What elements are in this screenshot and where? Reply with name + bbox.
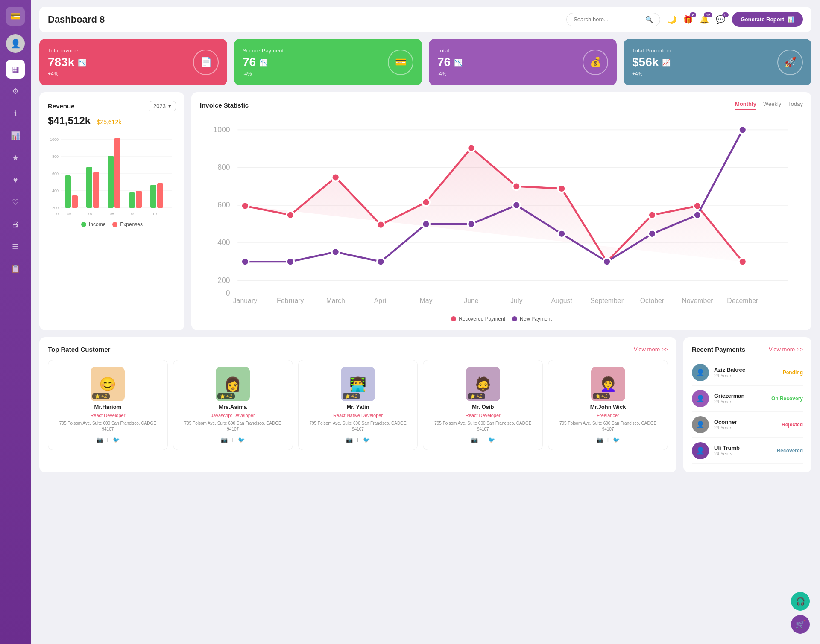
gift-badge: 2 bbox=[690, 12, 696, 17]
chat-badge: 5 bbox=[722, 12, 729, 17]
payment-info-0: Aziz Bakree 24 Years bbox=[714, 367, 778, 378]
customer-avatar-4: 👩‍🦱 ⭐ 4.2 bbox=[591, 367, 625, 401]
expenses-label: Expenses bbox=[120, 221, 143, 227]
generate-report-button[interactable]: Generate Report 📊 bbox=[732, 12, 803, 27]
svg-point-39 bbox=[287, 211, 294, 219]
invoice-chart-container: 1000 800 600 400 200 0 bbox=[200, 115, 803, 312]
svg-point-53 bbox=[377, 258, 385, 265]
card-label-payment: Secure Payment bbox=[243, 47, 284, 54]
sidebar-item-settings[interactable]: ⚙ bbox=[6, 82, 25, 101]
card-icon-promotion: 🚀 bbox=[777, 50, 803, 75]
svg-point-47 bbox=[648, 211, 656, 219]
twitter-icon-0[interactable]: 🐦 bbox=[113, 437, 120, 443]
invoice-chart-card: Invoice Statistic Monthly Weekly Today bbox=[191, 92, 811, 330]
summary-card-invoice: Total invoice 783k 📉 +4% 📄 bbox=[39, 39, 227, 85]
sidebar-logo[interactable]: 💳 bbox=[6, 7, 25, 26]
avatar[interactable]: 👤 bbox=[6, 34, 25, 53]
sidebar-item-info[interactable]: ℹ bbox=[6, 104, 25, 123]
card-label-total: Total bbox=[437, 47, 463, 54]
svg-text:400: 400 bbox=[52, 189, 59, 193]
bell-icon-btn[interactable]: 🔔 12 bbox=[700, 15, 709, 24]
facebook-icon-4[interactable]: f bbox=[607, 437, 609, 443]
sidebar-item-analytics[interactable]: 📊 bbox=[6, 126, 25, 145]
dark-mode-toggle[interactable]: 🌙 bbox=[667, 15, 676, 24]
sidebar-item-favorites[interactable]: ★ bbox=[6, 149, 25, 167]
facebook-icon-0[interactable]: f bbox=[107, 437, 109, 443]
svg-text:0: 0 bbox=[226, 289, 230, 297]
sidebar-item-heart2[interactable]: ♡ bbox=[6, 193, 25, 212]
search-input[interactable] bbox=[574, 16, 642, 23]
payments-view-more[interactable]: View more >> bbox=[769, 346, 803, 353]
legend-new-payment: New Payment bbox=[512, 316, 552, 322]
info-icon: ℹ bbox=[14, 109, 17, 118]
svg-point-51 bbox=[287, 258, 294, 265]
customer-card-0: 😊 ⭐ 4.2 Mr.Hariom React Developer 795 Fo… bbox=[48, 360, 168, 450]
payment-avatar-0: 👤 bbox=[692, 364, 709, 381]
svg-text:200: 200 bbox=[217, 276, 230, 285]
card-change-promotion: +4% bbox=[632, 71, 671, 77]
customer-avatar-2: 👨‍💻 ⭐ 4.2 bbox=[341, 367, 375, 401]
year-selector[interactable]: 2023 ▾ bbox=[149, 101, 176, 111]
customer-card-3: 🧔 ⭐ 4.2 Mr. Osib React Developer 795 Fol… bbox=[423, 360, 543, 450]
customer-rating-2: ⭐ 4.2 bbox=[343, 393, 360, 399]
customer-role-3: React Developer bbox=[466, 413, 501, 418]
recovered-payment-label: Recovered Payment bbox=[459, 316, 505, 322]
star-icon: ★ bbox=[12, 153, 19, 163]
svg-text:1000: 1000 bbox=[213, 125, 230, 134]
card-value-promotion: $56k 📈 bbox=[632, 55, 671, 69]
customer-rating-0: ⭐ 4.2 bbox=[92, 393, 110, 399]
support-float-button[interactable]: 🎧 bbox=[791, 592, 810, 611]
instagram-icon-0[interactable]: 📷 bbox=[96, 437, 103, 443]
tab-today[interactable]: Today bbox=[788, 101, 803, 110]
instagram-icon-1[interactable]: 📷 bbox=[221, 437, 228, 443]
sidebar-item-dashboard[interactable]: ▦ bbox=[6, 60, 25, 79]
header: Dashboard 8 🔍 🌙 🎁 2 🔔 12 💬 5 Generate Re… bbox=[39, 7, 811, 32]
svg-rect-11 bbox=[65, 175, 71, 208]
svg-point-44 bbox=[512, 183, 520, 190]
twitter-icon-2[interactable]: 🐦 bbox=[363, 437, 370, 443]
twitter-icon-3[interactable]: 🐦 bbox=[488, 437, 495, 443]
facebook-icon-3[interactable]: f bbox=[482, 437, 484, 443]
svg-point-45 bbox=[558, 185, 565, 192]
instagram-icon-2[interactable]: 📷 bbox=[346, 437, 353, 443]
top-customers-card: Top Rated Customer View more >> 😊 ⭐ 4.2 … bbox=[39, 337, 676, 472]
payment-age-0: 24 Years bbox=[714, 373, 778, 378]
sidebar-item-heart[interactable]: ♥ bbox=[6, 171, 25, 189]
instagram-icon-4[interactable]: 📷 bbox=[596, 437, 603, 443]
customer-card-4: 👩‍🦱 ⭐ 4.2 Mr.John Wick Freelancer 795 Fo… bbox=[548, 360, 668, 450]
document-icon: 📋 bbox=[11, 264, 20, 274]
bottom-row: Top Rated Customer View more >> 😊 ⭐ 4.2 … bbox=[39, 337, 811, 472]
sidebar-item-document[interactable]: 📋 bbox=[6, 259, 25, 278]
customers-view-more[interactable]: View more >> bbox=[634, 346, 668, 353]
card-info-payment: Secure Payment 76 📉 -4% bbox=[243, 47, 284, 77]
twitter-icon-4[interactable]: 🐦 bbox=[613, 437, 620, 443]
customer-avatar-0: 😊 ⭐ 4.2 bbox=[91, 367, 125, 401]
svg-point-59 bbox=[648, 230, 656, 238]
svg-rect-18 bbox=[136, 191, 142, 208]
svg-text:December: December bbox=[727, 297, 758, 304]
payment-avatar-1: 👤 bbox=[692, 390, 709, 407]
twitter-icon-1[interactable]: 🐦 bbox=[238, 437, 245, 443]
payment-info-3: Uli Trumb 24 Years bbox=[714, 445, 772, 456]
payment-item-1: 👤 Griezerman 24 Years On Recovery bbox=[692, 386, 803, 412]
instagram-icon-3[interactable]: 📷 bbox=[471, 437, 478, 443]
customer-social-3: 📷 f 🐦 bbox=[471, 437, 495, 443]
facebook-icon-1[interactable]: f bbox=[232, 437, 234, 443]
sidebar-item-print[interactable]: 🖨 bbox=[6, 215, 25, 234]
customer-avatar-1: 👩 ⭐ 4.2 bbox=[216, 367, 250, 401]
svg-point-40 bbox=[332, 174, 340, 181]
revenue-main-value: $41,512k bbox=[48, 115, 91, 126]
summary-card-promotion: Total Promotion $56k 📈 +4% 🚀 bbox=[624, 39, 811, 85]
cart-float-button[interactable]: 🛒 bbox=[791, 615, 810, 634]
svg-point-58 bbox=[603, 258, 611, 265]
svg-text:07: 07 bbox=[88, 212, 93, 216]
analytics-icon: 📊 bbox=[11, 131, 20, 140]
sidebar-item-menu[interactable]: ☰ bbox=[6, 237, 25, 256]
svg-rect-17 bbox=[129, 192, 135, 208]
tab-weekly[interactable]: Weekly bbox=[763, 101, 781, 110]
chat-icon-btn[interactable]: 💬 5 bbox=[716, 15, 725, 24]
gift-icon-btn[interactable]: 🎁 2 bbox=[683, 15, 693, 24]
facebook-icon-2[interactable]: f bbox=[357, 437, 359, 443]
expenses-dot bbox=[112, 222, 117, 227]
tab-monthly[interactable]: Monthly bbox=[735, 101, 756, 110]
